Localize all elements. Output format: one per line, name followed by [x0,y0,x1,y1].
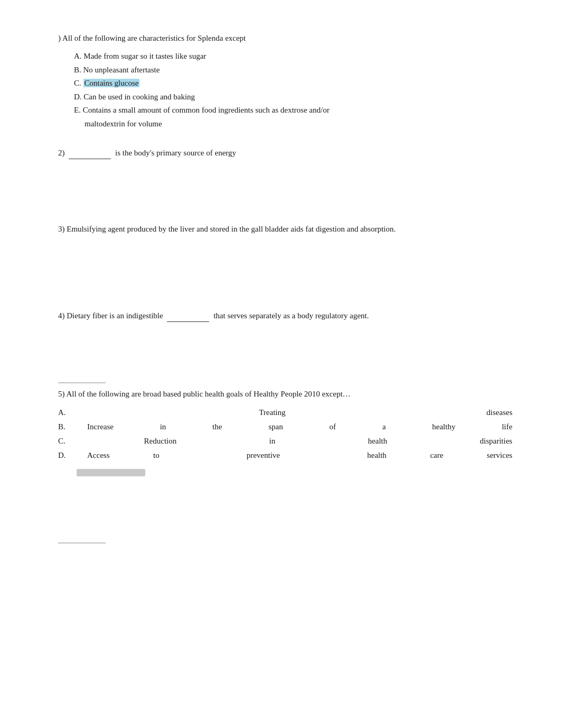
q5-b-healthy: healthy [432,420,455,434]
q5-b-of: of [329,420,336,434]
q1-option-e: E. Contains a small amount of common foo… [74,104,444,131]
q3-text: 3) Emulsifying agent produced by the liv… [58,223,512,235]
q5-d-services: services [487,448,512,463]
q5-d-access: Access [87,448,109,463]
q5-a-label: A. [58,406,77,420]
q1-option-a: A. Made from sugar so it tastes like sug… [74,50,512,63]
page-marker-top [58,382,106,383]
q5-c-disparities: disparities [480,434,512,448]
q4-blank [167,321,209,322]
q2-text: 2) is the body's primary source of energ… [58,146,512,159]
q5-a-treating: Treating [259,406,285,420]
q1-option-d: D. Can be used in cooking and baking [74,90,512,104]
question-5: 5) All of the following are broad based … [58,388,512,479]
q1-options: A. Made from sugar so it tastes like sug… [74,50,512,131]
q5-b-span: span [268,420,283,434]
q5-text: 5) All of the following are broad based … [58,388,512,400]
page-marker-bottom [58,542,106,543]
question-2: 2) is the body's primary source of energ… [58,146,512,159]
q5-c-label: C. [58,434,77,448]
q5-d-label: D. [58,448,77,463]
q2-blank [69,159,111,159]
q5-d-preventive: preventive [247,448,280,463]
question-3: 3) Emulsifying agent produced by the liv… [58,223,512,235]
q5-c-in: in [269,434,275,448]
q5-d-to: to [153,448,160,463]
q5-options: A. Treating diseases B. Increase in [58,406,512,479]
q5-option-e [58,465,512,479]
q5-c-health: health [368,434,387,448]
q1-option-c: C. Contains glucose [74,77,512,90]
q5-b-label: B. [58,420,77,434]
q5-a-diseases: diseases [487,406,512,420]
q5-d-health: health [367,448,387,463]
q5-d-care: care [430,448,443,463]
q1-text: ) All of the following are characteristi… [58,32,512,44]
page-content: ) All of the following are characteristi… [58,32,512,543]
q1-option-c-highlight: Contains glucose [83,79,140,87]
q5-option-d: D. Access to preventive health care serv… [58,448,512,463]
q5-option-c: C. Reduction in health disparities [58,434,512,448]
q5-b-a: a [382,420,386,434]
q1-option-b: B. No unpleasant aftertaste [74,63,512,77]
q5-b-increase: Increase [87,420,114,434]
question-4: 4) Dietary fiber is an indigestible that… [58,309,512,322]
q4-text: 4) Dietary fiber is an indigestible that… [58,309,512,322]
question-1: ) All of the following are characteristi… [58,32,512,131]
q5-e-content [77,465,145,479]
q5-b-in: in [160,420,166,434]
q5-b-life: life [502,420,512,434]
q5-e-label [58,465,77,479]
q5-option-a: A. Treating diseases [58,406,512,420]
q5-option-b: B. Increase in the span of a healthy lif… [58,420,512,434]
q5-b-the: the [212,420,222,434]
q5-c-reduction: Reduction [144,434,177,448]
